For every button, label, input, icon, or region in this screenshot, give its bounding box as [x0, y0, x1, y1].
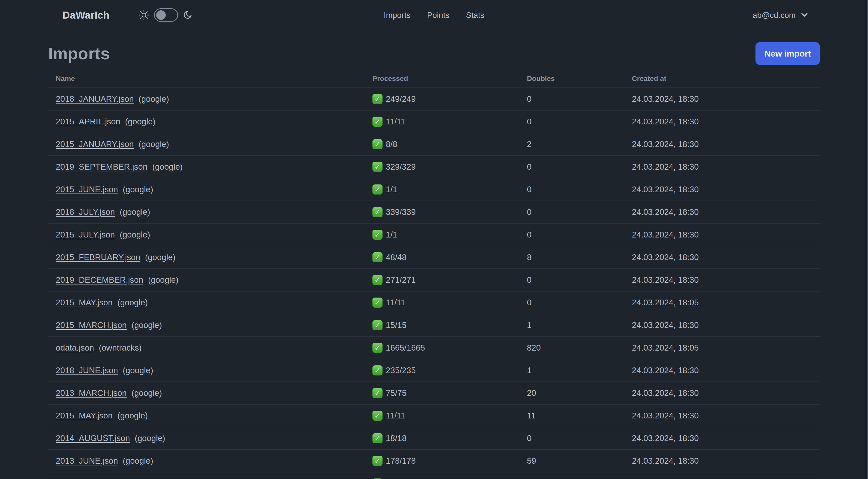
success-check-icon: ✓ [372, 207, 382, 217]
created-at: 24.03.2024, 18:30 [632, 275, 820, 285]
user-menu[interactable]: ab@cd.com [753, 10, 808, 20]
processed-count: 15/15 [386, 321, 407, 330]
import-file-link[interactable]: 2015_APRIL.json [56, 117, 120, 126]
processed-count: 249/249 [386, 94, 416, 104]
processed-count: 11/11 [386, 411, 405, 420]
created-at: 24.03.2024, 18:30 [632, 321, 820, 330]
import-file-link[interactable]: 2015_MAY.json [56, 411, 113, 420]
import-source: (google) [125, 117, 155, 126]
success-check-icon: ✓ [372, 162, 382, 172]
created-at: 24.03.2024, 18:30 [632, 162, 820, 172]
import-file-link[interactable]: odata.json [56, 343, 94, 352]
nav-link-stats[interactable]: Stats [466, 10, 484, 20]
table-body: 2018_JANUARY.json (google) ✓ 249/249 0 2… [48, 88, 820, 479]
processed-cell: ✓ 18/18 [372, 433, 527, 443]
nav-link-points[interactable]: Points [427, 10, 449, 20]
processed-count: 48/48 [386, 252, 407, 262]
import-file-link[interactable]: 2015_MARCH.json [56, 321, 127, 330]
processed-cell: ✓ 15/15 [372, 320, 527, 330]
import-file-link[interactable]: 2019_SEPTEMBER.json [56, 162, 148, 171]
import-source: (google) [123, 185, 153, 194]
import-source: (google) [123, 456, 153, 466]
name-cell: 2015_MARCH.json (google) [56, 321, 372, 330]
import-file-link[interactable]: 2015_JANUARY.json [56, 140, 134, 149]
navbar: DaWarIch [0, 0, 868, 30]
nav-link-imports[interactable]: Imports [384, 10, 411, 20]
doubles-count: 0 [527, 94, 632, 104]
name-cell: 2019_DECEMBER.json (google) [56, 275, 372, 285]
import-file-link[interactable]: 2013_MARCH.json [56, 388, 127, 397]
processed-count: 8/8 [386, 140, 397, 149]
table-row: 2015_FEBRUARY.json (google) ✓ 48/48 8 24… [48, 246, 820, 269]
sun-icon [138, 9, 149, 21]
import-file-link[interactable]: 2013_JUNE.json [56, 456, 118, 466]
processed-cell: ✓ 249/249 [372, 94, 527, 104]
processed-cell: ✓ 1665/1665 [372, 343, 527, 353]
import-source: (google) [138, 94, 169, 103]
name-cell: 2019_SEPTEMBER.json (google) [56, 162, 372, 172]
title-row: Imports New import [48, 42, 820, 65]
table-row: 2018_JULY.json (google) ✓ 339/339 0 24.0… [48, 201, 820, 224]
user-email: ab@cd.com [753, 10, 796, 20]
table-row-partial: ✓ [48, 473, 820, 479]
import-file-link[interactable]: 2015_FEBRUARY.json [56, 252, 140, 262]
import-source: (google) [135, 433, 165, 443]
import-file-link[interactable]: 2018_JUNE.json [56, 366, 118, 375]
new-import-button[interactable]: New import [755, 42, 820, 65]
processed-count: 18/18 [386, 433, 407, 443]
import-source: (google) [132, 388, 162, 397]
created-at: 24.03.2024, 18:30 [632, 94, 820, 104]
created-at: 24.03.2024, 18:05 [632, 343, 820, 353]
import-source: (owntracks) [99, 343, 142, 352]
processed-cell: ✓ 339/339 [372, 207, 527, 217]
name-cell: 2013_MARCH.json (google) [56, 388, 372, 398]
name-cell: odata.json (owntracks) [56, 343, 372, 353]
processed-count: 271/271 [386, 275, 416, 285]
name-cell: 2018_JANUARY.json (google) [56, 94, 372, 104]
import-file-link[interactable]: 2014_AUGUST.json [56, 433, 130, 443]
doubles-count: 20 [527, 388, 632, 398]
import-source: (google) [148, 275, 179, 285]
scrollbar-track [865, 0, 868, 479]
processed-cell: ✓ 8/8 [372, 139, 527, 149]
success-check-icon: ✓ [372, 117, 382, 127]
success-check-icon: ✓ [372, 139, 382, 149]
import-file-link[interactable]: 2018_JULY.json [56, 207, 115, 217]
import-file-link[interactable]: 2015_MAY.json [56, 298, 113, 307]
success-check-icon: ✓ [372, 343, 382, 353]
table-row: 2018_JANUARY.json (google) ✓ 249/249 0 2… [48, 88, 820, 111]
success-check-icon: ✓ [372, 94, 382, 104]
created-at: 24.03.2024, 18:30 [632, 456, 820, 466]
processed-cell: ✓ 235/235 [372, 365, 527, 376]
import-file-link[interactable]: 2018_JANUARY.json [56, 94, 134, 103]
imports-page: Imports New import Name Processed Double… [48, 30, 820, 479]
created-at: 24.03.2024, 18:30 [632, 252, 820, 262]
table-row: 2013_MARCH.json (google) ✓ 75/75 20 24.0… [48, 382, 820, 405]
processed-cell: ✓ 11/11 [372, 411, 527, 421]
chevron-down-icon [801, 13, 808, 17]
table-row: 2013_JUNE.json (google) ✓ 178/178 59 24.… [48, 450, 820, 473]
created-at: 24.03.2024, 18:30 [632, 207, 820, 217]
theme-toggle-switch[interactable] [154, 8, 178, 22]
import-source: (google) [138, 140, 169, 149]
processed-cell: ✓ 1/1 [372, 230, 527, 240]
import-source: (google) [117, 411, 148, 420]
processed-cell: ✓ 271/271 [372, 275, 527, 285]
scrollbar-thumb[interactable] [867, 0, 868, 479]
theme-toggle-knob[interactable] [156, 10, 166, 20]
doubles-count: 820 [527, 343, 632, 353]
doubles-count: 0 [527, 433, 632, 443]
import-file-link[interactable]: 2019_DECEMBER.json [56, 275, 144, 285]
table-row: 2019_SEPTEMBER.json (google) ✓ 329/329 0… [48, 156, 820, 178]
import-file-link[interactable]: 2015_JULY.json [56, 230, 115, 239]
theme-toggle[interactable] [138, 8, 192, 22]
name-cell: 2015_JULY.json (google) [56, 230, 372, 239]
doubles-count: 1 [527, 366, 632, 375]
doubles-count: 0 [527, 207, 632, 217]
created-at: 24.03.2024, 18:30 [632, 366, 820, 375]
name-cell: 2015_FEBRUARY.json (google) [56, 252, 372, 262]
processed-count: 75/75 [386, 388, 407, 398]
column-header-processed: Processed [372, 74, 527, 83]
app-logo[interactable]: DaWarIch [63, 9, 110, 21]
import-file-link[interactable]: 2015_JUNE.json [56, 185, 118, 194]
